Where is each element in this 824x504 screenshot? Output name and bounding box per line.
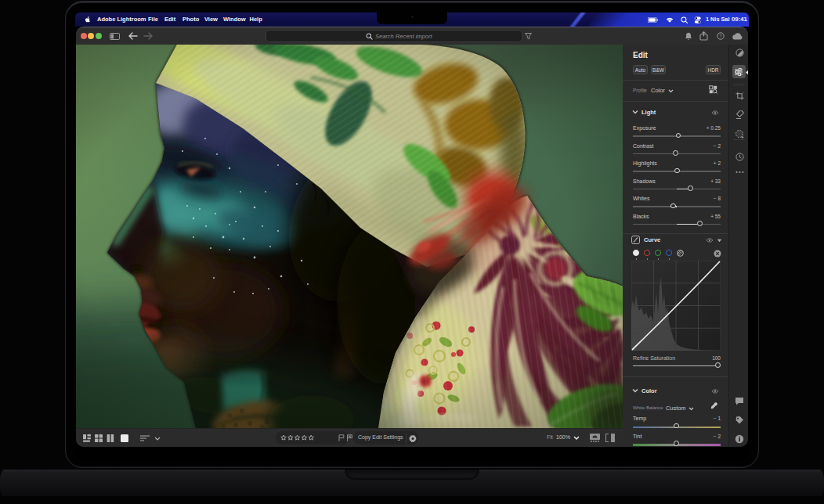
svg-text:?: ? <box>719 34 722 38</box>
